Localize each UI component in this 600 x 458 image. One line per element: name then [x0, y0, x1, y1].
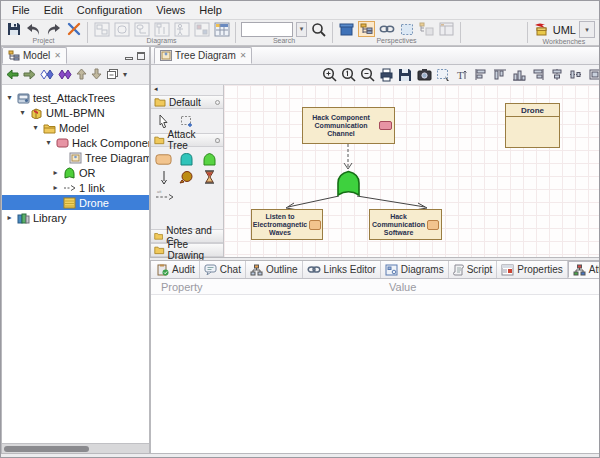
configure-icon[interactable] [65, 21, 82, 37]
or-gate-shape[interactable] [335, 169, 362, 198]
zoom-in-icon[interactable] [321, 67, 338, 83]
palette-collapse-icon[interactable]: ◂ [151, 85, 223, 95]
menu-help[interactable]: Help [192, 3, 229, 17]
minimize-icon[interactable] [125, 57, 133, 60]
node-right-child[interactable]: Hack Communication Software [369, 209, 442, 240]
tree-item-tree-diagram[interactable]: Tree Diagram [2, 150, 149, 165]
matrix-diagram-icon[interactable] [213, 21, 230, 37]
tab-audit[interactable]: Audit [153, 261, 200, 278]
screenshot-icon[interactable] [416, 67, 433, 83]
save-icon[interactable] [5, 21, 22, 37]
layout-perspective-icon[interactable] [438, 21, 455, 37]
menu-edit[interactable]: Edit [37, 3, 70, 17]
tab-tree-diagram[interactable]: Tree Diagram ✕ [154, 47, 252, 64]
select-tool-icon[interactable] [155, 113, 172, 129]
sequence-diagram-icon[interactable] [153, 21, 170, 37]
nav-up-icon[interactable] [76, 66, 87, 84]
expander-icon[interactable]: ▸ [51, 183, 60, 192]
search-input[interactable] [241, 22, 293, 37]
diagram-canvas[interactable]: Hack Component Communication Channel Dro… [224, 85, 600, 257]
expander-icon[interactable]: ▾ [5, 93, 14, 102]
link-tool-icon[interactable]: att [155, 187, 219, 203]
expander-icon[interactable]: ▾ [18, 108, 27, 117]
node-drone[interactable]: Drone [505, 103, 560, 148]
workbench-dropdown-button[interactable]: ▾ [579, 21, 595, 38]
tree-item-model[interactable]: ▾ Model [2, 120, 149, 135]
tree-table-perspective-icon[interactable] [418, 21, 435, 37]
node-left-child[interactable]: Listen to Electromagnetic Waves [251, 209, 323, 240]
nav-down-icon[interactable] [91, 66, 102, 84]
zoom-out-icon[interactable] [359, 67, 376, 83]
align-left-icon[interactable] [473, 67, 490, 83]
center-horizontal-icon[interactable] [568, 67, 585, 83]
node-root[interactable]: Hack Component Communication Channel [302, 107, 395, 144]
tab-attack-tree[interactable]: Attack Tree ✕ [568, 261, 600, 278]
tab-chat[interactable]: Chat [200, 261, 246, 278]
nav-forward-icon[interactable] [23, 66, 36, 84]
tab-properties[interactable]: Properties [497, 261, 568, 278]
browser-perspective-icon[interactable] [358, 21, 375, 37]
column-value[interactable]: Value [389, 281, 600, 293]
tree-item-hack-component[interactable]: ▾ Hack Component Cor [2, 135, 149, 150]
tree-item-link[interactable]: ▸ 1 link [2, 180, 149, 195]
modeling-perspective-icon[interactable] [338, 21, 355, 37]
expander-icon[interactable]: ▾ [44, 138, 53, 147]
property-table-body[interactable] [151, 295, 600, 453]
tree-item-or[interactable]: ▸ OR [2, 165, 149, 180]
expander-icon[interactable]: ▸ [5, 213, 14, 222]
links-perspective-icon[interactable] [378, 21, 395, 37]
expander-icon[interactable]: ▾ [31, 123, 40, 132]
class-diagram-icon[interactable] [93, 21, 110, 37]
same-size-icon[interactable] [587, 67, 600, 83]
menu-configuration[interactable]: Configuration [70, 3, 149, 17]
selection-perspective-icon[interactable] [398, 21, 415, 37]
nav-prev-diamond-icon[interactable] [40, 66, 54, 84]
pin-icon[interactable] [215, 138, 220, 143]
font-size-icon[interactable]: T [454, 67, 471, 83]
tab-links-editor[interactable]: Links Editor [303, 261, 381, 278]
tab-close-icon[interactable]: ✕ [240, 51, 247, 60]
state-diagram-icon[interactable] [113, 21, 130, 37]
maximize-icon[interactable] [137, 52, 145, 60]
attacker-tool-icon[interactable] [178, 169, 195, 185]
view-menu-icon[interactable]: ▾ [123, 70, 127, 79]
palette-section-attack-tree[interactable]: Attack Tree [151, 133, 223, 147]
collapse-all-icon[interactable] [106, 66, 119, 84]
expander-icon[interactable]: ▸ [51, 168, 60, 177]
marquee-tool-icon[interactable] [178, 113, 195, 129]
print-icon[interactable] [378, 67, 395, 83]
tab-close-icon[interactable]: ✕ [54, 51, 61, 60]
redo-icon[interactable] [45, 21, 62, 37]
tab-script[interactable]: Script [449, 261, 498, 278]
tab-outline[interactable]: Outline [246, 261, 303, 278]
search-dropdown-button[interactable]: ▾ [296, 22, 307, 37]
select-area-icon[interactable] [435, 67, 452, 83]
palette-section-free-drawing[interactable]: Free Drawing [151, 243, 223, 257]
tree-item-library[interactable]: ▸ Library [2, 210, 149, 225]
center-vertical-icon[interactable] [549, 67, 566, 83]
horizontal-scrollbar[interactable] [2, 443, 149, 453]
palette-section-default[interactable]: Default [151, 95, 223, 109]
column-property[interactable]: Property [151, 281, 389, 293]
align-right-icon[interactable] [530, 67, 547, 83]
and-gate-tool-icon[interactable] [178, 151, 195, 167]
tree-item-uml-bpmn[interactable]: ▾ UML-BPMN [2, 105, 149, 120]
tree-item-project[interactable]: ▾ test_AttackTrees [2, 90, 149, 105]
composite-diagram-icon[interactable] [193, 21, 210, 37]
attack-node-tool-icon[interactable] [155, 151, 172, 167]
or-gate-tool-icon[interactable] [201, 151, 218, 167]
tree-item-drone[interactable]: Drone [2, 195, 149, 210]
sequence-arrow-tool-icon[interactable] [155, 169, 172, 185]
nav-next-diamond-icon[interactable] [58, 66, 72, 84]
undo-icon[interactable] [25, 21, 42, 37]
tab-diagrams[interactable]: Diagrams [381, 261, 449, 278]
distribute-columns-icon[interactable] [511, 67, 528, 83]
nav-back-icon[interactable] [6, 66, 19, 84]
tab-model[interactable]: Model ✕ [2, 47, 67, 64]
activity-diagram-icon[interactable] [133, 21, 150, 37]
pin-icon[interactable] [215, 100, 220, 105]
menu-views[interactable]: Views [149, 3, 192, 17]
search-icon[interactable] [310, 21, 327, 37]
zoom-reset-icon[interactable] [340, 67, 357, 83]
scrollbar-thumb[interactable] [4, 446, 89, 452]
